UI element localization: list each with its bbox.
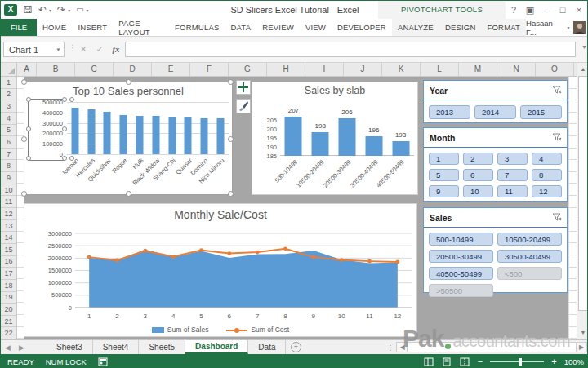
user-account[interactable]: Hasaan F... ▾ (526, 19, 588, 36)
column-header-E[interactable]: E (152, 63, 190, 76)
chart-styles-button[interactable] (236, 99, 251, 113)
slicer-item-2015[interactable]: 2015 (520, 105, 562, 119)
zoom-in-icon[interactable]: + (551, 357, 556, 366)
sheet-tab-dashboard[interactable]: Dashboard (185, 340, 248, 354)
scroll-left-icon[interactable]: ◀ (397, 344, 407, 351)
slicer-item-2[interactable]: 2 (463, 153, 493, 165)
axis-selection-handle[interactable] (26, 97, 31, 102)
chart-selection-handle[interactable] (21, 191, 27, 197)
bar-black-widow[interactable] (152, 116, 159, 154)
row-header-7[interactable]: 7 (1, 149, 16, 161)
chart-selection-handle[interactable] (228, 79, 234, 85)
slicer-item-6[interactable]: 6 (463, 169, 493, 181)
column-header-L[interactable]: L (421, 63, 459, 76)
zoom-slider-thumb[interactable] (519, 358, 522, 366)
add-chart-element-button[interactable] (236, 80, 251, 95)
bar-hulk[interactable] (136, 116, 144, 154)
sheet-tab-sheet3[interactable]: Sheet3 (47, 340, 93, 354)
slicer-item-3[interactable]: 3 (497, 153, 528, 165)
row-header-6[interactable]: 6 (1, 136, 16, 149)
row-header-18[interactable]: 18 (1, 280, 16, 292)
new-sheet-button[interactable]: + (286, 340, 305, 354)
close-button[interactable]: × (571, 1, 587, 19)
row-header-15[interactable]: 15 (1, 244, 16, 256)
sheet-nav-prev-icon[interactable]: ◀ (1, 340, 15, 354)
scroll-up-icon[interactable]: ▲ (578, 64, 588, 75)
scroll-down-icon[interactable]: ▼ (578, 327, 588, 339)
row-header-3[interactable]: 3 (1, 100, 16, 113)
column-header-D[interactable]: D (114, 63, 152, 76)
row-header-13[interactable]: 13 (1, 220, 16, 233)
row-header-11[interactable]: 11 (1, 196, 16, 208)
row-header-10[interactable]: 10 (1, 184, 16, 197)
tab-data[interactable]: DATA (225, 19, 256, 36)
scroll-right-icon[interactable]: ▶ (577, 344, 586, 351)
chart-monthly-sale-cost[interactable]: Monthly Sale/Cost 0500000100000015000002… (24, 203, 417, 337)
value-axis-selected[interactable]: 5000004000003000002000001000000 (28, 99, 65, 161)
macro-record-icon[interactable] (98, 357, 108, 366)
zoom-out-icon[interactable]: − (478, 357, 483, 366)
row-header-14[interactable]: 14 (1, 232, 16, 244)
user-dropdown-icon[interactable]: ▾ (568, 24, 570, 30)
slicer-item-11[interactable]: 11 (497, 185, 528, 197)
select-all-corner[interactable] (1, 63, 17, 76)
column-header-J[interactable]: J (344, 63, 382, 76)
clear-filter-icon[interactable] (552, 211, 562, 225)
chart-selection-handle[interactable] (21, 136, 27, 142)
slicer-item-30500-40499[interactable]: 30500-40499 (497, 250, 562, 263)
chart-selection-handle[interactable] (228, 191, 234, 197)
column-header-O[interactable]: O (536, 63, 574, 76)
row-header-1[interactable]: 1 (1, 77, 16, 89)
slicer-item-40500-50499[interactable]: 40500-50499 (429, 267, 493, 280)
tab-home[interactable]: HOME (37, 19, 72, 36)
tab-insert[interactable]: INSERT (72, 19, 113, 36)
column-header-A[interactable]: A (17, 63, 37, 76)
slicer-item-9[interactable]: 9 (429, 185, 459, 197)
chart-selection-handle[interactable] (126, 79, 131, 85)
slicer-item-20500-30499[interactable]: 20500-30499 (429, 250, 493, 263)
bar-iceman[interactable] (71, 108, 78, 154)
column-header-K[interactable]: K (382, 63, 421, 76)
bar-hercules[interactable] (87, 109, 95, 154)
row-header-21[interactable]: 21 (1, 316, 16, 328)
row-header-2[interactable]: 2 (1, 89, 16, 101)
row-header-22[interactable]: 22 (1, 327, 16, 339)
slicer-item-7[interactable]: 7 (497, 169, 528, 181)
zoom-slider[interactable] (490, 358, 544, 366)
help-button[interactable]: ? (506, 1, 522, 19)
axis-selection-handle[interactable] (69, 97, 74, 102)
tab-view[interactable]: VIEW (300, 19, 332, 36)
column-header-B[interactable]: B (37, 63, 75, 76)
slicer-item-4[interactable]: 4 (532, 153, 562, 165)
ribbon-display-button[interactable]: ▣ (522, 1, 538, 19)
column-header-C[interactable]: C (75, 63, 114, 76)
slicer-item-5[interactable]: 5 (429, 169, 459, 181)
bar-rogue[interactable] (120, 115, 127, 154)
tab-splitter[interactable]: ⋮ (384, 340, 396, 354)
slicer-item-500[interactable]: <500 (497, 267, 562, 280)
sheet-tab-sheet5[interactable]: Sheet5 (139, 340, 185, 354)
page-layout-view-icon[interactable] (442, 357, 452, 366)
slicer-item-12[interactable]: 12 (532, 185, 562, 197)
horizontal-scrollbar[interactable]: ◀ ▶ (396, 342, 587, 352)
axis-selection-handle[interactable] (69, 156, 74, 161)
sheet-nav-next-icon[interactable]: ▶ (15, 340, 29, 354)
vertical-scrollbar[interactable]: ▲ ▼ (577, 63, 588, 339)
page-break-view-icon[interactable] (460, 357, 470, 366)
bar-quasar[interactable] (185, 117, 192, 154)
enter-icon[interactable]: ✓ (92, 42, 107, 57)
column-header-G[interactable]: G (229, 63, 267, 76)
tab-analyze[interactable]: ANALYZE (392, 19, 439, 36)
bar-20500-30499[interactable] (338, 118, 355, 156)
name-box-dropdown-icon[interactable]: ▼ (53, 42, 65, 57)
column-header-H[interactable]: H (267, 63, 305, 76)
slicer-item-10500-20499[interactable]: 10500-20499 (497, 233, 562, 246)
sheet-tab-data[interactable]: Data (248, 340, 286, 354)
slicer-item-10[interactable]: 10 (463, 185, 493, 197)
bar-500-10499[interactable] (285, 117, 302, 156)
slicer-year[interactable]: Year201320142015 (423, 80, 568, 123)
sheet-tab-sheet4[interactable]: Sheet4 (93, 340, 140, 354)
legend-sum-of-cost[interactable]: Sum of Cost (226, 326, 289, 334)
axis-selection-handle[interactable] (26, 156, 31, 161)
row-header-4[interactable]: 4 (1, 113, 16, 125)
